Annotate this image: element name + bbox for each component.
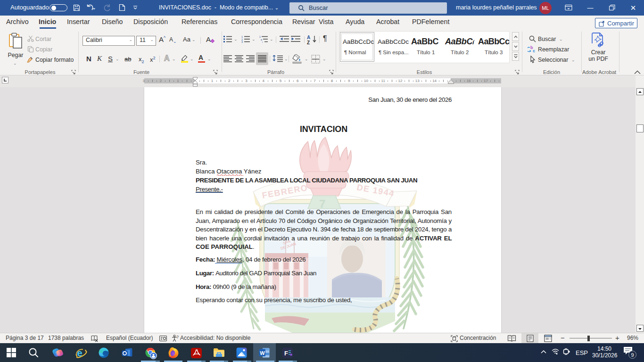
svg-text:c: c bbox=[533, 49, 535, 53]
svg-text:i: i bbox=[262, 41, 263, 43]
svg-text:3: 3 bbox=[241, 41, 243, 43]
svg-text:F: F bbox=[284, 350, 288, 357]
svg-text:?: ? bbox=[176, 335, 179, 339]
svg-text:W: W bbox=[260, 350, 265, 356]
